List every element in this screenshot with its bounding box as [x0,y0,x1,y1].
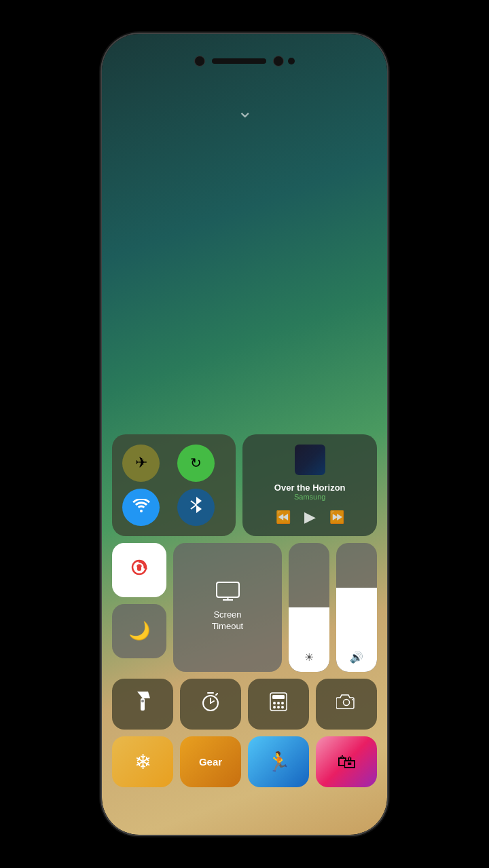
rotation-lock-button[interactable]: ↻ [177,445,215,482]
sensor [288,58,295,64]
calculator-icon [270,692,287,716]
svg-point-22 [277,706,280,709]
brightness-icon: ☀ [304,651,314,664]
svg-point-21 [273,706,276,709]
svg-point-20 [281,702,284,704]
flashlight-icon [135,692,150,717]
svg-point-23 [281,706,284,709]
middle-section: 🌙 ScreenTimeout [112,543,377,672]
timer-icon [201,692,220,717]
screen-rotation-lock-button[interactable] [112,543,166,597]
volume-icon: 🔊 [350,651,363,664]
left-quick-btns: 🌙 [112,543,166,672]
svg-point-19 [277,702,280,704]
brightness-slider[interactable]: ☀ [289,543,329,672]
gear-app-button[interactable]: Gear [180,736,241,787]
svg-point-24 [344,699,350,705]
rotation-icon: ↻ [190,455,202,471]
app-shortcuts-row [112,679,377,730]
moon-icon: 🌙 [128,620,150,641]
control-center: ✈ ↻ [112,434,377,794]
figure-app-button[interactable]: 🏃 [248,736,309,787]
flashlight-button[interactable] [112,679,173,730]
wifi-button[interactable] [122,489,160,526]
top-row: ✈ ↻ [112,434,377,536]
timer-button[interactable] [180,679,241,730]
svg-point-18 [273,702,276,704]
phone-frame: ⌄ ✈ ↻ [102,34,387,835]
top-bar [102,34,387,88]
volume-slider[interactable]: 🔊 [336,543,377,672]
svg-line-1 [191,505,196,509]
gear-app-label: Gear [199,756,222,768]
store-icon: 🛍 [337,751,356,773]
music-title: Over the Horizon [274,483,346,493]
store-app-button[interactable]: 🛍 [316,736,377,787]
snowflake-icon: ❄ [134,750,151,774]
calculator-button[interactable] [248,679,309,730]
svg-line-15 [216,694,217,695]
svg-point-25 [352,699,353,700]
wifi-icon [132,499,150,516]
next-track-button[interactable]: ⏩ [329,510,344,525]
bluetooth-icon [190,496,202,518]
svg-line-0 [191,501,196,505]
screen-timeout-button[interactable]: ScreenTimeout [173,543,282,672]
music-controls: ⏪ ▶ ⏩ [276,508,344,526]
colored-apps-row: ❄ Gear 🏃 🛍 [112,736,377,787]
do-not-disturb-button[interactable]: 🌙 [112,604,166,658]
airplane-mode-button[interactable]: ✈ [122,445,160,482]
camera-lens [273,56,284,67]
phone-screen: ⌄ ✈ ↻ [102,34,387,835]
screen-timeout-icon [216,582,240,605]
connectivity-panel: ✈ ↻ [112,434,236,536]
snowflake-app-button[interactable]: ❄ [112,736,173,787]
screen-timeout-label: ScreenTimeout [212,609,243,633]
svg-point-10 [141,700,144,702]
album-art [295,445,325,475]
camera-icon [336,694,357,715]
camera-button[interactable] [316,679,377,730]
play-button[interactable]: ▶ [304,508,316,526]
svg-rect-5 [217,582,239,597]
svg-rect-17 [272,695,285,699]
svg-rect-4 [137,565,141,571]
figure-icon: 🏃 [267,751,291,773]
prev-track-button[interactable]: ⏪ [276,510,291,525]
chevron-down-icon[interactable]: ⌄ [237,102,253,121]
music-panel: Over the Horizon Samsung ⏪ ▶ ⏩ [242,434,377,536]
bluetooth-button[interactable] [177,489,215,526]
music-artist: Samsung [274,493,346,501]
speaker [212,58,266,64]
airplane-icon: ✈ [135,454,147,472]
lock-rotation-icon [128,556,150,583]
svg-marker-8 [137,692,150,698]
front-camera [194,56,205,67]
